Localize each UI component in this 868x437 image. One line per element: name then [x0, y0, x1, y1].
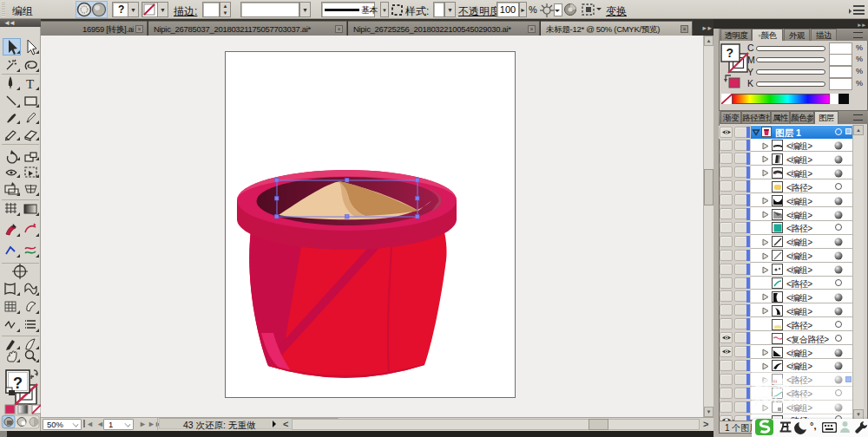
svg-text:?: ? [727, 46, 734, 60]
svg-text:T: T [26, 77, 34, 91]
svg-text:?: ? [13, 375, 23, 392]
